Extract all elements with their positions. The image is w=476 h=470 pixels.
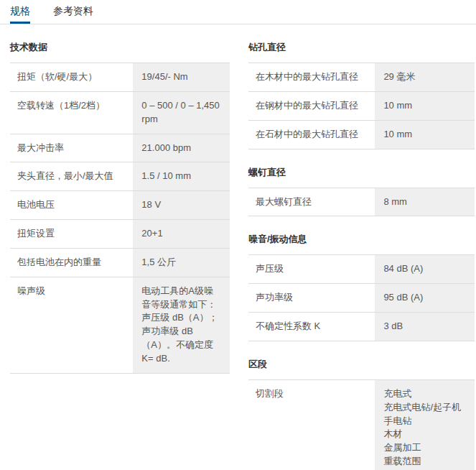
row-value: 10 mm (375, 92, 475, 120)
table-row: 噪声级 电动工具的A级噪音等级通常如下： 声压级 dB（A）； 声功率级 dB（… (10, 277, 230, 374)
row-label: 扭矩（软/硬/最大） (10, 63, 133, 91)
segments-table: 切割段 充电式 充电式电钻/起子机 手电钻 木材 金属加工 重载范围 邮件部分 … (248, 379, 475, 470)
table-row: 最大螺钉直径 8 mm (248, 188, 475, 217)
row-value: 10 mm (375, 121, 475, 149)
row-label: 声功率级 (248, 284, 375, 312)
table-row: 空载转速（1档/2档） 0 – 500 / 0 – 1,450 rpm (10, 91, 230, 134)
row-value: 29 毫米 (375, 63, 475, 91)
row-label: 最大螺钉直径 (248, 188, 375, 216)
section-title-drilling-diameter: 钻孔直径 (248, 41, 475, 54)
row-label: 空载转速（1档/2档） (10, 92, 133, 134)
row-label: 在木材中的最大钻孔直径 (248, 63, 375, 91)
row-label: 不确定性系数 K (248, 313, 375, 341)
tab-reference-materials[interactable]: 参考资料 (53, 0, 93, 24)
row-value: 84 dB (A) (375, 255, 475, 283)
technical-data-table: 扭矩（软/硬/最大） 19/45/- Nm 空载转速（1档/2档） 0 – 50… (10, 63, 230, 374)
section-title-segments: 区段 (248, 358, 475, 371)
row-value: 充电式 充电式电钻/起子机 手电钻 木材 金属加工 重载范围 (375, 380, 475, 470)
row-value: 21.000 bpm (133, 134, 230, 162)
row-label: 扭矩设置 (10, 220, 133, 248)
row-value: 20+1 (133, 220, 230, 248)
table-row: 最大冲击率 21.000 bpm (10, 134, 230, 162)
spec-content: 技术数据 扭矩（软/硬/最大） 19/45/- Nm 空载转速（1档/2档） 0… (0, 24, 476, 470)
row-value: 1.5 / 10 mm (133, 162, 230, 190)
table-row: 扭矩（软/硬/最大） 19/45/- Nm (10, 63, 230, 91)
row-label: 噪声级 (10, 277, 133, 373)
row-label: 声压级 (248, 255, 375, 283)
row-value: 1,5 公斤 (133, 249, 230, 277)
row-label: 包括电池在内的重量 (10, 249, 133, 277)
row-label: 最大冲击率 (10, 134, 133, 162)
section-title-technical-data: 技术数据 (10, 41, 230, 54)
table-row: 声功率级 95 dB (A) (248, 283, 475, 312)
row-label: 切割段 (248, 380, 375, 470)
noise-vibration-table: 声压级 84 dB (A) 声功率级 95 dB (A) 不确定性系数 K 3 … (248, 254, 475, 341)
table-row: 在木材中的最大钻孔直径 29 毫米 (248, 63, 475, 91)
tab-specifications[interactable]: 规格 (10, 0, 30, 24)
right-column: 钻孔直径 在木材中的最大钻孔直径 29 毫米 在钢材中的最大钻孔直径 10 mm… (248, 24, 475, 470)
drilling-diameter-table: 在木材中的最大钻孔直径 29 毫米 在钢材中的最大钻孔直径 10 mm 在石材中… (248, 63, 475, 149)
row-value: 18 V (133, 191, 230, 219)
row-value: 3 dB (375, 313, 475, 341)
screw-diameter-table: 最大螺钉直径 8 mm (248, 188, 475, 217)
table-row: 切割段 充电式 充电式电钻/起子机 手电钻 木材 金属加工 重载范围 (248, 379, 475, 470)
row-value: 8 mm (375, 188, 475, 216)
section-title-noise-vibration: 噪音/振动信息 (248, 233, 475, 246)
table-row: 夹头直径，最小/最大值 1.5 / 10 mm (10, 162, 230, 190)
table-row: 包括电池在内的重量 1,5 公斤 (10, 248, 230, 277)
row-value: 95 dB (A) (375, 284, 475, 312)
row-label: 在钢材中的最大钻孔直径 (248, 92, 375, 120)
row-label: 电池电压 (10, 191, 133, 219)
table-row: 电池电压 18 V (10, 190, 230, 219)
row-label: 在石材中的最大钻孔直径 (248, 121, 375, 149)
left-column: 技术数据 扭矩（软/硬/最大） 19/45/- Nm 空载转速（1档/2档） 0… (10, 24, 230, 470)
row-value: 19/45/- Nm (133, 63, 230, 91)
table-row: 扭矩设置 20+1 (10, 219, 230, 248)
table-row: 在石材中的最大钻孔直径 10 mm (248, 120, 475, 149)
tab-bar: 规格 参考资料 (0, 0, 476, 24)
table-row: 不确定性系数 K 3 dB (248, 312, 475, 341)
row-value: 0 – 500 / 0 – 1,450 rpm (133, 92, 230, 134)
row-value: 电动工具的A级噪音等级通常如下： 声压级 dB（A）； 声功率级 dB（A）。不… (133, 277, 230, 373)
row-label: 夹头直径，最小/最大值 (10, 162, 133, 190)
table-row: 在钢材中的最大钻孔直径 10 mm (248, 91, 475, 120)
section-title-screw-diameter: 螺钉直径 (248, 166, 475, 179)
table-row: 声压级 84 dB (A) (248, 254, 475, 283)
